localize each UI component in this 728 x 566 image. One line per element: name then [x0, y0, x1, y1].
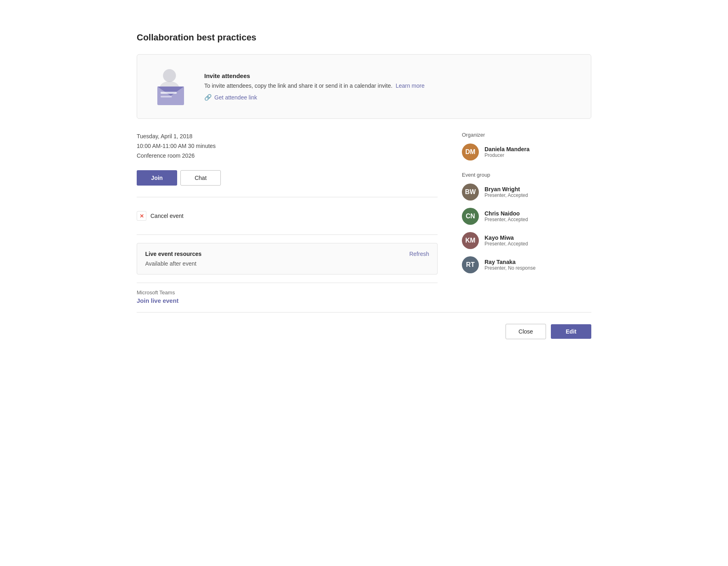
- member-row-0: BW Bryan Wright Presenter, Accepted: [462, 184, 591, 201]
- learn-more-link[interactable]: Learn more: [396, 82, 425, 89]
- member-role-0: Presenter, Accepted: [485, 192, 528, 198]
- modal-container: Collaboration best practices Invite atte…: [117, 16, 611, 355]
- member-row-2: KM Kayo Miwa Presenter, Accepted: [462, 232, 591, 249]
- get-attendee-link[interactable]: 🔗 Get attendee link: [204, 94, 425, 101]
- join-live-event-link[interactable]: Join live event: [137, 297, 178, 304]
- cancel-event-row[interactable]: ✕ Cancel event: [137, 205, 438, 226]
- event-location-text: Conference room 2026: [137, 151, 438, 161]
- member-role-2: Presenter, Accepted: [485, 241, 528, 247]
- divider-3: [137, 283, 438, 283]
- avatar-kayo: KM: [462, 232, 479, 249]
- organizer-role: Producer: [485, 152, 529, 158]
- member-role-3: Presenter, No response: [485, 265, 535, 271]
- member-info-3: Ray Tanaka Presenter, No response: [485, 259, 535, 271]
- avatar-bryan: BW: [462, 184, 479, 201]
- close-button[interactable]: Close: [506, 324, 546, 339]
- organizer-row: DM Daniela Mandera Producer: [462, 144, 591, 161]
- resources-box: Live event resources Refresh Available a…: [137, 243, 438, 275]
- bottom-bar: Close Edit: [137, 312, 591, 339]
- page-title: Collaboration best practices: [137, 32, 591, 43]
- invite-card: Invite attendees To invite attendees, co…: [137, 54, 591, 119]
- organizer-info: Daniela Mandera Producer: [485, 146, 529, 158]
- member-info-2: Kayo Miwa Presenter, Accepted: [485, 234, 528, 247]
- member-info-0: Bryan Wright Presenter, Accepted: [485, 186, 528, 198]
- member-name-2: Kayo Miwa: [485, 234, 528, 241]
- member-info-1: Chris Naidoo Presenter, Accepted: [485, 210, 528, 222]
- right-panel: Organizer DM Daniela Mandera Producer Ev…: [462, 132, 591, 304]
- svg-point-0: [163, 69, 176, 82]
- member-role-1: Presenter, Accepted: [485, 217, 528, 222]
- teams-label: Microsoft Teams: [137, 289, 438, 296]
- member-row-3: RT Ray Tanaka Presenter, No response: [462, 256, 591, 273]
- member-row-1: CN Chris Naidoo Presenter, Accepted: [462, 208, 591, 225]
- avatar-chris: CN: [462, 208, 479, 225]
- action-buttons: Join Chat: [137, 170, 438, 186]
- resources-header: Live event resources Refresh: [145, 251, 429, 257]
- invite-title: Invite attendees: [204, 72, 425, 79]
- avatar-daniela: DM: [462, 144, 479, 161]
- invite-desc: To invite attendees, copy the link and s…: [204, 82, 425, 89]
- cancel-icon: ✕: [137, 211, 146, 221]
- svg-rect-5: [161, 96, 172, 97]
- edit-button[interactable]: Edit: [551, 324, 591, 339]
- organizer-label: Organizer: [462, 132, 591, 138]
- main-content: Tuesday, April 1, 2018 10:00 AM-11:00 AM…: [137, 132, 591, 304]
- divider-2: [137, 234, 438, 235]
- invite-content: Invite attendees To invite attendees, co…: [204, 72, 425, 101]
- member-name-0: Bryan Wright: [485, 186, 528, 192]
- resources-title: Live event resources: [145, 251, 201, 257]
- event-date: Tuesday, April 1, 2018 10:00 AM-11:00 AM…: [137, 132, 438, 161]
- event-date-text: Tuesday, April 1, 2018: [137, 132, 438, 142]
- event-time-text: 10:00 AM-11:00 AM 30 minutes: [137, 142, 438, 151]
- member-name-1: Chris Naidoo: [485, 210, 528, 217]
- refresh-link[interactable]: Refresh: [409, 251, 429, 257]
- event-group-label: Event group: [462, 172, 591, 178]
- avatar-ray: RT: [462, 256, 479, 273]
- invite-illustration: [148, 64, 193, 109]
- chat-button[interactable]: Chat: [180, 170, 221, 186]
- link-icon: 🔗: [204, 94, 212, 101]
- event-group-section: Event group BW Bryan Wright Presenter, A…: [462, 172, 591, 273]
- svg-rect-4: [161, 92, 177, 94]
- left-panel: Tuesday, April 1, 2018 10:00 AM-11:00 AM…: [137, 132, 438, 304]
- member-name-3: Ray Tanaka: [485, 259, 535, 265]
- resources-description: Available after event: [145, 260, 429, 267]
- divider-1: [137, 197, 438, 197]
- organizer-name: Daniela Mandera: [485, 146, 529, 152]
- cancel-label: Cancel event: [150, 213, 184, 219]
- join-button[interactable]: Join: [137, 170, 177, 186]
- organizer-section: Organizer DM Daniela Mandera Producer: [462, 132, 591, 161]
